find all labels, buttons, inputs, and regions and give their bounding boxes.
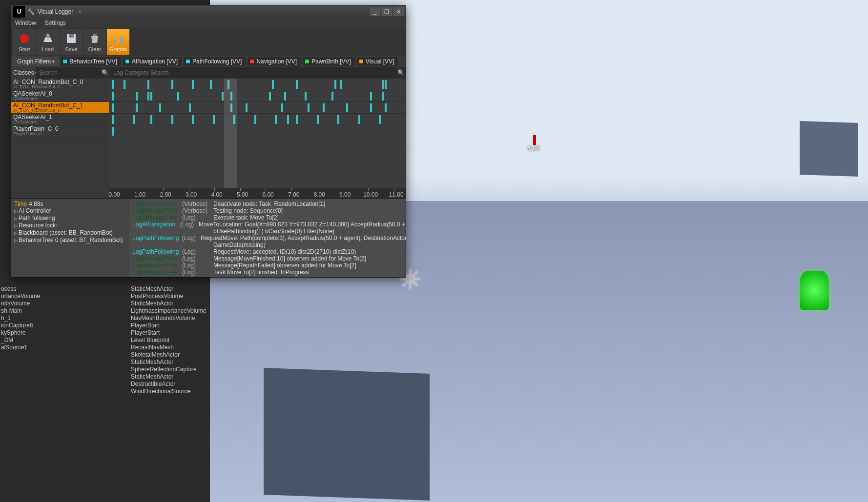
log-event[interactable] (192, 80, 194, 89)
log-event[interactable] (334, 80, 336, 89)
log-event[interactable] (210, 80, 212, 89)
menu-window[interactable]: Window (15, 20, 36, 26)
filter-4[interactable]: PawnBirth [VV] (303, 57, 355, 66)
timeline-tracks[interactable] (109, 79, 406, 198)
log-event[interactable] (177, 92, 179, 100)
log-event[interactable] (222, 92, 224, 100)
log-row[interactable]: LogPathFollowing(Log)RequestMove: Path(c… (132, 235, 403, 241)
log-event[interactable] (112, 80, 114, 89)
log-event[interactable] (269, 92, 271, 100)
log-row[interactable]: LogBehaviorTree(Verbose)Deactivate node:… (132, 201, 403, 207)
log-panel[interactable]: LogBehaviorTree(Verbose)Deactivate node:… (129, 199, 406, 277)
timeline-ruler[interactable] (109, 188, 406, 198)
timeline-row[interactable]: AI_CON_RandomBot_C_1AI_CON_RandomBot_C (11, 102, 109, 114)
search-input[interactable] (36, 67, 100, 78)
log-event[interactable] (370, 92, 372, 100)
log-event[interactable] (331, 92, 333, 100)
log-event[interactable] (124, 80, 125, 89)
log-event[interactable] (150, 92, 152, 100)
timeline-row[interactable]: QASeekerAI_0QASeekerAI (11, 90, 109, 102)
log-event[interactable] (147, 92, 149, 100)
log-event[interactable] (136, 103, 138, 112)
log-event[interactable] (150, 115, 152, 124)
log-event[interactable] (233, 115, 235, 124)
log-event[interactable] (358, 115, 360, 124)
menu-settings[interactable]: Settings (45, 20, 66, 26)
track[interactable] (109, 79, 406, 90)
search-icon[interactable]: 🔍 (396, 67, 406, 79)
log-row[interactable]: LogBehaviorTree(Verbose)Testing node: Se… (132, 207, 403, 214)
save-button[interactable]: Save (60, 29, 83, 55)
log-event[interactable] (112, 103, 114, 112)
log-event[interactable] (296, 115, 298, 124)
close-button[interactable]: ✕ (393, 7, 404, 16)
log-event[interactable] (346, 103, 348, 112)
disclosure-icon[interactable]: ▷ (14, 231, 18, 236)
timeline-row[interactable]: QASeekerAI_1QASeekerAI (11, 114, 109, 125)
filter-5[interactable]: Visual [VV] (357, 57, 398, 66)
timeline[interactable]: AI_CON_RandomBot_C_0AI_CON_RandomBot_CQA… (11, 79, 406, 198)
log-event[interactable] (159, 103, 161, 112)
log-row[interactable]: LogBehaviorTree(Log)Execute task: Move T… (132, 214, 403, 221)
log-event[interactable] (323, 103, 325, 112)
log-event[interactable] (370, 103, 372, 112)
log-event[interactable] (287, 115, 289, 124)
log-event[interactable] (112, 92, 114, 100)
log-event[interactable] (192, 115, 194, 124)
tab-close-icon[interactable]: × (78, 8, 82, 15)
log-event[interactable] (227, 80, 229, 89)
log-event[interactable] (112, 115, 114, 124)
log-row[interactable]: LogBehaviorTree(Log)Message[MoveFinished… (132, 255, 403, 262)
log-event[interactable] (213, 115, 215, 124)
clear-button[interactable]: Clear (83, 29, 106, 55)
log-row[interactable]: LogBehaviorTree(Log)Message[RepathFailed… (132, 262, 403, 269)
log-event[interactable] (112, 127, 114, 136)
track[interactable] (109, 125, 406, 137)
log-event[interactable] (171, 115, 173, 124)
log-event[interactable] (284, 92, 286, 100)
log-event[interactable] (382, 92, 384, 100)
filter-0[interactable]: BehaviorTree [VV] (61, 57, 121, 66)
log-event[interactable] (272, 80, 274, 89)
maximize-button[interactable]: ❐ (381, 7, 392, 16)
graph-filters-dropdown[interactable]: Graph Filters (13, 57, 59, 66)
log-event[interactable] (385, 103, 387, 112)
log-event[interactable] (317, 115, 319, 124)
start-button[interactable]: Start (13, 29, 36, 55)
filter-2[interactable]: PathFollowing [VV] (184, 57, 246, 66)
log-event[interactable] (230, 92, 232, 100)
log-row[interactable]: GameData(missing) (132, 241, 403, 248)
log-event[interactable] (281, 103, 283, 112)
disclosure-icon[interactable]: ▷ (14, 216, 18, 221)
load-button[interactable]: Load (37, 29, 59, 55)
timeline-row[interactable]: PlayerPawn_C_0PlayerPawn_C (11, 125, 109, 137)
log-event[interactable] (133, 115, 135, 124)
log-event[interactable] (385, 80, 387, 89)
disclosure-icon[interactable]: ▷ (14, 238, 18, 243)
disclosure-icon[interactable]: ▷ (14, 209, 18, 214)
log-event[interactable] (136, 92, 138, 100)
ai-character[interactable] (800, 271, 829, 310)
log-event[interactable] (308, 103, 310, 112)
log-event[interactable] (296, 80, 298, 89)
log-event[interactable] (305, 92, 307, 100)
log-event[interactable] (275, 115, 277, 124)
world-outliner[interactable]: ocessortanceVolumendsVolumesh-Mainh_1ion… (0, 285, 210, 502)
log-row[interactable]: LogBehaviorTree(Log)Task Move To[2] fini… (132, 269, 403, 276)
log-event[interactable] (254, 115, 256, 124)
graphs-button[interactable]: Graphs (107, 29, 129, 55)
log-event[interactable] (340, 80, 342, 89)
track[interactable] (109, 102, 406, 114)
classes-dropdown[interactable]: Classes (11, 67, 36, 79)
log-event[interactable] (246, 103, 248, 112)
track[interactable] (109, 114, 406, 125)
log-event[interactable] (379, 115, 381, 124)
minimize-button[interactable]: _ (370, 7, 380, 16)
visual-logger-window[interactable]: U 🔧 Visual Logger × _ ❐ ✕ Window Setting… (11, 5, 406, 278)
log-row[interactable]: bUsePathfinding(1) bCanStrafe(0) Filter(… (132, 228, 403, 235)
filter-1[interactable]: AINavigation [VV] (123, 57, 182, 66)
log-event[interactable] (171, 80, 173, 89)
selected-event[interactable] (230, 103, 234, 112)
track[interactable] (109, 90, 406, 102)
log-event[interactable] (382, 80, 384, 89)
